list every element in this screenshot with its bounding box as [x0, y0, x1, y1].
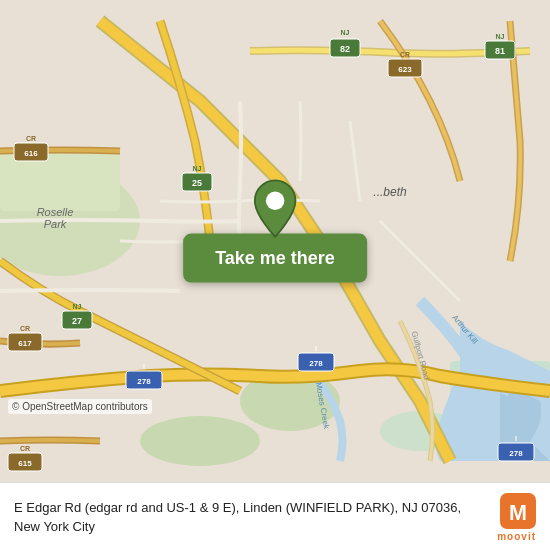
- svg-text:623: 623: [398, 65, 412, 74]
- svg-text:I: I: [315, 345, 317, 352]
- svg-point-4: [140, 416, 260, 466]
- svg-text:Roselle: Roselle: [37, 206, 74, 218]
- svg-text:M: M: [509, 500, 527, 525]
- svg-text:...beth: ...beth: [373, 185, 407, 199]
- svg-text:616: 616: [24, 149, 38, 158]
- svg-text:615: 615: [18, 459, 32, 468]
- svg-text:82: 82: [340, 44, 350, 54]
- svg-point-46: [266, 192, 284, 210]
- bottom-bar: E Edgar Rd (edgar rd and US-1 & 9 E), Li…: [0, 482, 550, 550]
- svg-text:NJ: NJ: [193, 165, 202, 172]
- copyright-text: © OpenStreetMap contributors: [8, 399, 152, 414]
- svg-text:CR: CR: [26, 135, 36, 142]
- take-me-there-button[interactable]: Take me there: [183, 234, 367, 283]
- svg-text:NJ: NJ: [496, 33, 505, 40]
- svg-text:278: 278: [309, 359, 323, 368]
- address-text: E Edgar Rd (edgar rd and US-1 & 9 E), Li…: [14, 499, 487, 535]
- svg-text:CR: CR: [20, 325, 30, 332]
- svg-text:NJ: NJ: [341, 29, 350, 36]
- svg-text:81: 81: [495, 46, 505, 56]
- moovit-logo: M moovit: [497, 493, 536, 542]
- svg-text:278: 278: [137, 377, 151, 386]
- svg-text:27: 27: [72, 316, 82, 326]
- location-pin-icon: [250, 179, 300, 239]
- svg-text:I: I: [515, 435, 517, 442]
- svg-text:Park: Park: [44, 218, 67, 230]
- svg-text:CR: CR: [20, 445, 30, 452]
- moovit-icon: M: [500, 493, 536, 529]
- moovit-label: moovit: [497, 531, 536, 542]
- svg-text:617: 617: [18, 339, 32, 348]
- svg-text:I: I: [143, 363, 145, 370]
- app-container: 82 NJ 623 CR 81 NJ 616 CR 25 NJ 27 NJ: [0, 0, 550, 550]
- map-area: 82 NJ 623 CR 81 NJ 616 CR 25 NJ 27 NJ: [0, 0, 550, 482]
- svg-text:NJ: NJ: [73, 303, 82, 310]
- take-me-button-container: Take me there: [183, 179, 367, 283]
- svg-text:278: 278: [509, 449, 523, 458]
- svg-text:CR: CR: [400, 51, 410, 58]
